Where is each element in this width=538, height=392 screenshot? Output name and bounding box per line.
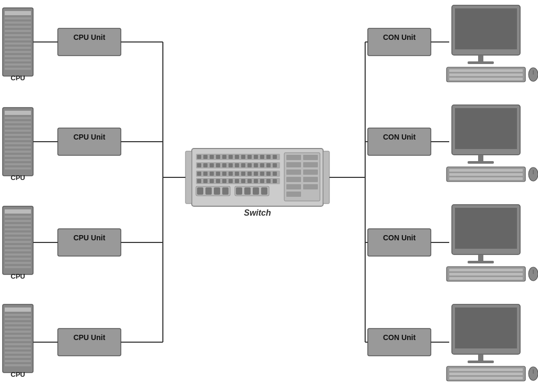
cpu-label-3: CPU — [11, 272, 25, 280]
svg-rect-51 — [449, 177, 523, 180]
cpu-unit-box-4: CPU Unit — [58, 329, 121, 356]
svg-rect-171 — [222, 187, 229, 195]
svg-rect-2 — [5, 17, 31, 19]
svg-rect-11 — [5, 55, 31, 57]
workstation-1 — [447, 5, 538, 82]
svg-rect-70 — [368, 229, 431, 256]
svg-rect-67 — [5, 262, 31, 264]
svg-rect-157 — [216, 179, 220, 183]
svg-rect-73 — [478, 255, 483, 261]
svg-rect-128 — [210, 163, 214, 167]
svg-rect-28 — [5, 111, 31, 115]
svg-rect-155 — [203, 179, 208, 183]
svg-rect-100 — [478, 354, 483, 361]
cpu-unit-label-3: CPU Unit — [74, 234, 106, 242]
svg-rect-82 — [5, 308, 31, 312]
svg-rect-122 — [260, 155, 264, 159]
svg-rect-179 — [303, 155, 318, 160]
svg-rect-64 — [5, 249, 31, 251]
svg-rect-174 — [244, 187, 251, 195]
svg-rect-117 — [229, 155, 233, 159]
cpu-unit-box-3: CPU Unit — [58, 229, 121, 256]
svg-rect-68 — [5, 266, 31, 268]
svg-rect-43 — [368, 128, 431, 155]
svg-rect-121 — [254, 155, 258, 159]
svg-rect-74 — [468, 261, 494, 263]
svg-rect-15 — [58, 28, 121, 56]
svg-rect-146 — [235, 172, 239, 176]
svg-rect-9 — [5, 47, 31, 49]
cpu-label-4: CPU — [11, 370, 25, 378]
svg-rect-131 — [229, 163, 233, 167]
svg-rect-126 — [197, 163, 201, 167]
workstation-2 — [447, 105, 538, 182]
svg-rect-149 — [254, 172, 258, 176]
svg-rect-156 — [210, 179, 214, 183]
svg-rect-159 — [229, 179, 233, 183]
cpu-label-2: CPU — [11, 174, 25, 182]
con-unit-label-3: CON Unit — [383, 234, 416, 242]
svg-rect-145 — [229, 172, 233, 176]
svg-rect-182 — [286, 169, 301, 175]
svg-rect-101 — [468, 361, 494, 363]
svg-rect-175 — [253, 187, 259, 195]
svg-rect-132 — [235, 163, 239, 167]
con-unit-box-4: CON Unit — [368, 329, 431, 356]
svg-rect-22 — [449, 69, 523, 72]
svg-rect-178 — [286, 155, 301, 160]
cpu-tower-1: CPU — [3, 8, 33, 82]
svg-rect-87 — [5, 331, 31, 333]
svg-rect-89 — [5, 339, 31, 341]
svg-rect-176 — [261, 187, 267, 195]
svg-rect-65 — [5, 253, 31, 256]
svg-rect-59 — [5, 228, 31, 230]
svg-rect-13 — [5, 63, 31, 66]
svg-rect-49 — [449, 169, 523, 172]
cpu-unit-label-4: CPU Unit — [74, 333, 106, 342]
svg-rect-116 — [222, 155, 226, 159]
svg-rect-133 — [241, 163, 245, 167]
svg-rect-33 — [5, 134, 31, 136]
svg-rect-6 — [5, 34, 31, 36]
svg-rect-24 — [449, 78, 523, 80]
svg-rect-34 — [5, 138, 31, 140]
svg-rect-123 — [266, 155, 271, 159]
cpu-unit-label-2: CPU Unit — [74, 133, 106, 141]
workstation-4 — [447, 304, 538, 381]
svg-rect-130 — [222, 163, 226, 167]
svg-rect-142 — [210, 172, 214, 176]
svg-rect-86 — [5, 326, 31, 329]
svg-rect-181 — [303, 162, 318, 167]
svg-rect-160 — [235, 179, 239, 183]
svg-rect-105 — [449, 377, 523, 379]
svg-rect-84 — [5, 318, 31, 320]
cpu-tower-4: CPU — [3, 304, 33, 378]
svg-rect-69 — [58, 229, 121, 256]
svg-rect-158 — [222, 179, 226, 183]
svg-rect-112 — [197, 155, 201, 159]
svg-rect-186 — [286, 184, 301, 189]
svg-rect-148 — [247, 172, 252, 176]
con-unit-box-3: CON Unit — [368, 229, 431, 256]
svg-rect-151 — [266, 172, 271, 176]
svg-rect-114 — [210, 155, 214, 159]
svg-rect-188 — [286, 192, 301, 197]
workstation-3 — [447, 205, 538, 281]
con-unit-label-4: CON Unit — [383, 333, 416, 342]
svg-rect-97 — [368, 329, 431, 356]
svg-rect-16 — [368, 28, 431, 56]
cpu-label-1: CPU — [11, 74, 25, 82]
svg-rect-42 — [58, 128, 121, 155]
svg-rect-140 — [197, 172, 201, 176]
cpu-unit-box-2: CPU Unit — [58, 128, 121, 155]
svg-rect-168 — [197, 187, 203, 195]
svg-rect-120 — [247, 155, 252, 159]
svg-rect-119 — [241, 155, 245, 159]
svg-rect-185 — [303, 177, 318, 182]
switch-label: Switch — [244, 208, 271, 217]
svg-rect-118 — [235, 155, 239, 159]
svg-rect-127 — [203, 163, 208, 167]
svg-rect-184 — [286, 177, 301, 182]
svg-rect-14 — [5, 68, 31, 70]
svg-rect-12 — [5, 59, 31, 61]
